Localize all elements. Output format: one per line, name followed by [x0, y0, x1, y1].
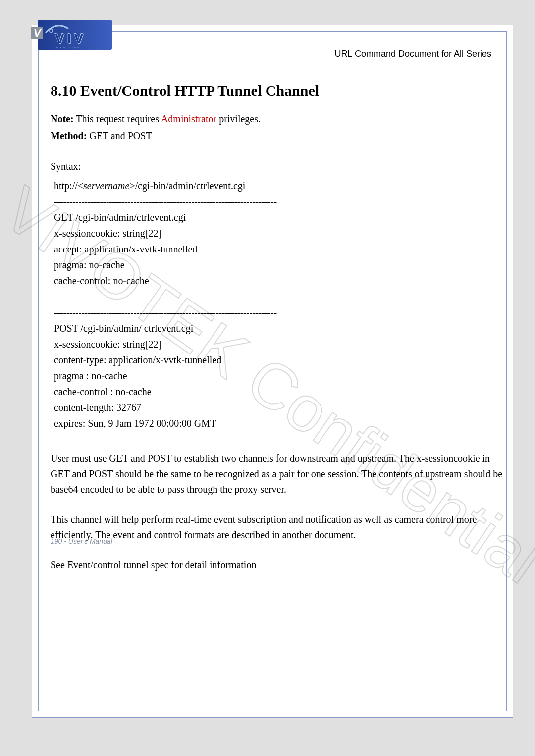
get-line-4: cache-control: no-cache: [54, 273, 505, 288]
body-paragraph-1: User must use GET and POST to establish …: [51, 451, 508, 497]
logo-text: VIV: [55, 31, 86, 47]
svg-point-0: [50, 29, 53, 32]
page-outer-frame: VIVOTEK Confidential URL Command Documen…: [32, 25, 513, 718]
ear-letter: V: [34, 27, 41, 40]
post-line-2: content-type: application/x-vvtk-tunnell…: [54, 353, 505, 367]
body-paragraph-3: See Event/control tunnel spec for detail…: [51, 557, 508, 573]
syntax-label: Syntax:: [51, 159, 508, 174]
post-line-1: x-sessioncookie: string[22]: [54, 337, 505, 352]
note-text-before: This request requires: [74, 113, 161, 124]
section-heading: 8.10 Event/Control HTTP Tunnel Channel: [51, 79, 508, 101]
method-line: Method: GET and POST: [51, 128, 508, 143]
page-ear-badge: V: [31, 27, 43, 39]
get-line-0: GET /cgi-bin/admin/ctrlevent.cgi: [54, 210, 505, 225]
note-line: Note: This request requires Administrato…: [51, 111, 508, 126]
url-servername: servername: [83, 180, 129, 191]
post-line-0: POST /cgi-bin/admin/ ctrlevent.cgi: [54, 321, 505, 336]
url-suffix: >/cgi-bin/admin/ctrlevent.cgi: [129, 180, 245, 191]
separator-dashes-1: ----------------------------------------…: [54, 194, 505, 209]
post-line-3: pragma : no-cache: [54, 368, 505, 383]
note-administrator: Administrator: [161, 113, 216, 124]
method-label: Method:: [51, 130, 87, 141]
note-text-after: privileges.: [216, 113, 261, 124]
logo-subtext: www.vive: [56, 46, 81, 49]
note-label: Note:: [51, 113, 74, 124]
get-line-2: accept: application/x-vvtk-tunnelled: [54, 242, 505, 256]
get-line-3: pragma: no-cache: [54, 257, 505, 272]
separator-dashes-2: ----------------------------------------…: [54, 305, 505, 320]
page-content: 8.10 Event/Control HTTP Tunnel Channel N…: [51, 79, 508, 573]
syntax-box: http://<servername>/cgi-bin/admin/ctrlev…: [51, 175, 508, 436]
page-inner-frame: VIVOTEK Confidential URL Command Documen…: [38, 31, 507, 711]
brand-logo: VIV www.vive: [38, 20, 112, 50]
post-line-5: content-length: 32767: [54, 400, 505, 415]
url-prefix: http://<: [54, 180, 83, 191]
get-line-1: x-sessioncookie: string[22]: [54, 226, 505, 241]
post-line-6: expires: Sun, 9 Jam 1972 00:00:00 GMT: [54, 416, 505, 431]
post-line-4: cache-control : no-cache: [54, 384, 505, 399]
page-footer: 190 - User's Manual: [51, 537, 508, 545]
method-value: GET and POST: [87, 130, 152, 141]
syntax-url-line: http://<servername>/cgi-bin/admin/ctrlev…: [54, 178, 505, 193]
header-doc-title: URL Command Document for All Series: [335, 49, 491, 59]
